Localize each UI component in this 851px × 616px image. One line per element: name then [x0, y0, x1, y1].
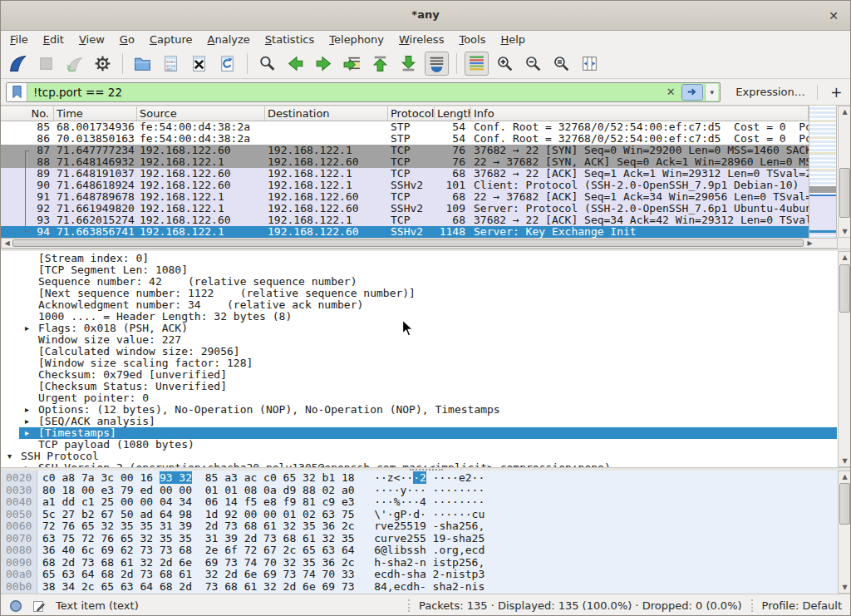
detail-line[interactable]: Checksum: 0x79ed [unverified] — [1, 369, 837, 381]
detail-line[interactable]: [TCP Segment Len: 1080] — [1, 264, 837, 276]
add-filter-button[interactable]: + — [828, 84, 845, 101]
detail-line[interactable]: Sequence number: 42 (relative sequence n… — [1, 276, 837, 288]
hex-row[interactable]: 00a065 63 64 68 2d 73 68 61 32 2d 6e 69 … — [1, 569, 837, 581]
start-capture-icon[interactable] — [6, 52, 30, 76]
packet-row-90[interactable]: 9071.648618924192.168.122.60192.168.122.… — [1, 180, 809, 191]
title-bar[interactable]: *any ✕ — [1, 1, 850, 31]
expander-right-icon[interactable]: ▸ — [25, 427, 29, 439]
detail-line[interactable]: Urgent pointer: 0 — [1, 392, 837, 404]
zoom-out-icon[interactable] — [521, 52, 545, 76]
expander-right-icon[interactable]: ▸ — [25, 404, 29, 416]
detail-line[interactable]: ▸Flags: 0x018 (PSH, ACK) — [1, 323, 837, 334]
status-field-info[interactable]: Text item (text) — [56, 599, 139, 612]
find-packet-icon[interactable] — [255, 52, 279, 76]
detail-line[interactable]: ▸[Timestamps] — [1, 427, 837, 439]
packet-row-93[interactable]: 9371.662015274192.168.122.60192.168.122.… — [1, 214, 809, 226]
menu-item-view[interactable]: View — [71, 31, 112, 49]
column-header-destination[interactable]: Destination — [265, 106, 388, 121]
menu-item-help[interactable]: Help — [493, 31, 533, 49]
zoom-in-icon[interactable] — [493, 52, 517, 76]
detail-line[interactable]: [Checksum Status: Unverified] — [1, 381, 837, 392]
menu-item-go[interactable]: Go — [112, 31, 142, 49]
expert-info-icon[interactable] — [9, 599, 23, 613]
detail-line[interactable]: [Stream index: 0] — [1, 253, 837, 264]
detail-line[interactable]: [Window size scaling factor: 128] — [1, 357, 837, 369]
details-vscroll-thumb[interactable] — [839, 264, 850, 313]
hex-row[interactable]: 008036 40 6c 69 62 73 73 68 2e 6f 72 67 … — [1, 545, 837, 557]
hex-row[interactable]: 006072 76 65 32 35 35 31 39 2d 73 68 61 … — [1, 520, 837, 533]
expander-down-icon[interactable]: ▾ — [7, 451, 12, 462]
column-header-source[interactable]: Source — [137, 106, 265, 121]
menu-item-capture[interactable]: Capture — [142, 31, 200, 49]
detail-line[interactable]: 1000 .... = Header Length: 32 bytes (8) — [1, 311, 837, 323]
close-file-icon[interactable] — [187, 52, 211, 76]
packet-list-hscroll[interactable]: ◀ ▶ — [1, 238, 838, 249]
auto-scroll-icon[interactable] — [425, 52, 449, 76]
hex-row[interactable]: 0020c0 a8 7a 3c 00 16 93 32 85 a3 ac c0 … — [1, 472, 837, 485]
detail-line[interactable]: Window size value: 227 — [1, 334, 837, 346]
packet-row-89[interactable]: 8971.648191037192.168.122.60192.168.122.… — [1, 168, 809, 180]
packet-list-vscroll-thumb[interactable] — [839, 168, 850, 218]
bytes-vscroll[interactable]: ▲ ▼ — [838, 471, 850, 594]
hex-row[interactable]: 009068 2d 73 68 61 32 2d 6e 69 73 74 70 … — [1, 557, 837, 569]
resize-columns-icon[interactable] — [578, 52, 602, 76]
save-file-icon[interactable]: 010101100011 — [159, 52, 183, 76]
filter-clear-icon[interactable]: ✕ — [662, 86, 680, 98]
go-forward-icon[interactable] — [312, 52, 336, 76]
filter-text[interactable]: !tcp.port == 22 — [27, 86, 662, 99]
colorize-icon[interactable] — [465, 52, 489, 76]
close-icon[interactable]: ✕ — [825, 7, 842, 24]
capture-options-icon[interactable] — [91, 52, 115, 76]
go-to-bottom-icon[interactable] — [396, 52, 421, 76]
bytes-vscroll-thumb[interactable] — [839, 483, 850, 525]
menu-item-edit[interactable]: Edit — [36, 31, 71, 49]
detail-line[interactable]: Acknowledgment number: 34 (relative ack … — [1, 299, 837, 311]
go-to-top-icon[interactable] — [368, 52, 392, 76]
expander-right-icon[interactable]: ▸ — [25, 416, 29, 427]
hex-row[interactable]: 003080 18 00 e3 79 ed 00 00 01 01 08 0a … — [1, 485, 837, 497]
menu-item-tools[interactable]: Tools — [451, 31, 493, 49]
packet-row-87[interactable]: 8771.647777234192.168.122.60192.168.122.… — [1, 145, 809, 156]
menu-item-telephony[interactable]: Telephony — [322, 31, 391, 49]
column-header-no[interactable]: No. — [1, 106, 54, 121]
go-to-packet-icon[interactable] — [340, 52, 364, 76]
filter-dropdown-icon[interactable]: ▾ — [705, 84, 718, 101]
packet-row-86[interactable]: 8670.013850163fe:54:00:d4:38:2aSTP54Conf… — [1, 133, 809, 145]
display-filter-input[interactable]: !tcp.port == 22 ✕ ▾ — [6, 82, 721, 102]
filter-apply-icon[interactable] — [681, 84, 703, 101]
zoom-reset-icon[interactable] — [549, 52, 573, 76]
packet-row-85[interactable]: 8568.001734936fe:54:00:d4:38:2aSTP54Conf… — [1, 121, 809, 133]
menu-item-analyze[interactable]: Analyze — [200, 31, 258, 49]
menu-item-statistics[interactable]: Statistics — [258, 31, 322, 49]
expression-button[interactable]: Expression… — [735, 86, 805, 98]
column-header-protocol[interactable]: Protocol — [388, 106, 435, 121]
detail-line[interactable]: TCP payload (1080 bytes) — [1, 439, 837, 451]
packet-row-88[interactable]: 8871.648146932192.168.122.1192.168.122.6… — [1, 156, 809, 168]
reload-file-icon[interactable] — [215, 52, 239, 76]
hex-row[interactable]: 00b038 34 2c 65 63 64 68 2d 73 68 61 32 … — [1, 581, 837, 594]
packet-row-92[interactable]: 9271.661949820192.168.122.1192.168.122.6… — [1, 203, 809, 214]
menu-item-file[interactable]: File — [2, 31, 36, 49]
detail-line[interactable]: ▾SSH Protocol — [1, 451, 837, 462]
open-file-icon[interactable] — [130, 52, 155, 76]
hex-row[interactable]: 00505c 27 b2 67 50 ad 64 98 1d 92 00 00 … — [1, 509, 837, 521]
go-back-icon[interactable] — [283, 52, 307, 76]
detail-line[interactable]: ▸[SEQ/ACK analysis] — [1, 416, 837, 427]
expander-right-icon[interactable]: ▸ — [25, 323, 29, 334]
capture-comment-icon[interactable] — [32, 599, 47, 613]
details-vscroll[interactable]: ▲ ▼ — [838, 251, 850, 467]
column-header-length[interactable]: Length — [435, 106, 471, 121]
detail-line[interactable]: ▸Options: (12 bytes), No-Operation (NOP)… — [1, 404, 837, 416]
packet-row-91[interactable]: 9171.648789678192.168.122.1192.168.122.6… — [1, 191, 809, 203]
column-header-time[interactable]: Time — [54, 106, 137, 121]
packet-list-vscroll[interactable]: ▲ ▼ — [838, 106, 851, 238]
hex-row[interactable]: 0040a1 dd c1 25 00 00 04 34 06 14 f5 e8 … — [1, 496, 837, 509]
hex-row[interactable]: 007063 75 72 76 65 32 35 35 31 39 2d 73 … — [1, 533, 837, 545]
packet-row-94[interactable]: 9471.663856741192.168.122.1192.168.122.6… — [1, 226, 809, 238]
status-profile[interactable]: Profile: Default — [762, 599, 842, 612]
packet-list-header[interactable]: No.TimeSourceDestinationProtocolLengthIn… — [1, 106, 809, 121]
packet-list-hscroll-thumb[interactable] — [12, 239, 804, 247]
column-header-info[interactable]: Info — [471, 106, 809, 121]
detail-line[interactable]: [Next sequence number: 1122 (relative se… — [1, 288, 837, 299]
detail-line[interactable]: [Calculated window size: 29056] — [1, 346, 837, 357]
